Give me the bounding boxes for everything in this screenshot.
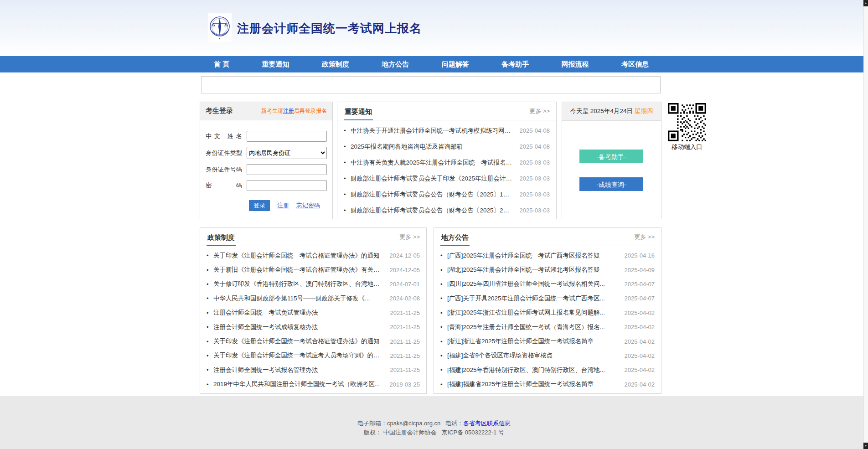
local-link[interactable]: [四川]2025年四川省注册会计师全国统一考试报名相关问... bbox=[447, 280, 619, 288]
notice-link[interactable]: 财政部注册会计师考试委员会关于印发《2025年注册会计师... bbox=[351, 175, 514, 183]
policy-link[interactable]: 关于印发《注册会计师全国统一考试应考人员考场守则》的通知 bbox=[213, 351, 384, 360]
notices-list: • 中注协关于开通注册会计师全国统一考试机考模拟练习网站的公... 2025-0… bbox=[337, 123, 556, 218]
policy-link[interactable]: 2019年中华人民共和国注册会计师全国统一考试（欧洲考区... bbox=[213, 380, 384, 388]
policy-list-item: • 关于印发《注册会计师全国统一考试合格证管理办法》的通知 2021-11-25 bbox=[207, 334, 420, 348]
notice-date: 2025-03-03 bbox=[520, 175, 550, 182]
notices-more-link[interactable]: 更多 >> bbox=[529, 107, 550, 115]
notice-link[interactable]: 财政部注册会计师考试委员会公告（财考公告〔2025〕1号... bbox=[351, 191, 514, 199]
policies-header: 政策制度 更多 >> bbox=[200, 228, 426, 246]
nav-item[interactable]: 网报流程 bbox=[562, 56, 589, 72]
notice-link[interactable]: 中注协有关负责人就2025年注册会计师全国统一考试报名相... bbox=[351, 159, 514, 167]
local-title: 地方公告 bbox=[440, 228, 470, 246]
vertical-scrollbar[interactable]: ▲ ▼ bbox=[863, 0, 868, 449]
register-link[interactable]: 注册 bbox=[277, 201, 289, 210]
score-query-button[interactable]: -成绩查询- bbox=[579, 177, 643, 191]
name-input[interactable] bbox=[247, 131, 327, 142]
exam-helper-button[interactable]: -备考助手- bbox=[579, 150, 643, 163]
policies-more-link[interactable]: 更多 >> bbox=[399, 233, 420, 241]
policy-date: 2021-11-25 bbox=[390, 366, 420, 373]
password-input[interactable] bbox=[247, 180, 327, 191]
local-link[interactable]: [浙江]2025年浙江省注册会计师考试网上报名常见问题解... bbox=[447, 309, 619, 317]
policy-list-item: • 注册会计师全国统一考试报名管理办法 2021-11-25 bbox=[207, 363, 420, 377]
bullet-icon: • bbox=[207, 310, 213, 316]
local-more-link[interactable]: 更多 >> bbox=[634, 233, 655, 241]
local-link[interactable]: [广西]2025年注册会计师全国统一考试广西考区报名答疑 bbox=[447, 252, 619, 260]
bullet-icon: • bbox=[344, 207, 351, 214]
policy-list-item: • 关于新旧《注册会计师全国统一考试合格证管理办法》有关衔接... 2024-1… bbox=[207, 263, 420, 277]
nav-item[interactable]: 首 页 bbox=[214, 56, 229, 72]
local-date: 2025-04-02 bbox=[625, 338, 655, 345]
nav-item[interactable]: 地方公告 bbox=[382, 56, 409, 72]
password-label: 密 码 bbox=[206, 181, 242, 190]
scroll-up-arrow-icon[interactable]: ▲ bbox=[863, 0, 868, 6]
policy-date: 2021-11-25 bbox=[390, 324, 420, 330]
bullet-icon: • bbox=[440, 295, 447, 302]
policy-link[interactable]: 关于修订印发《香港特别行政区、澳门特别行政区、台湾地区居... bbox=[213, 280, 384, 288]
bullet-icon: • bbox=[440, 310, 447, 316]
local-link[interactable]: [福建]全省9个各设区市现场资格审核点 bbox=[447, 351, 619, 360]
nav-item[interactable]: 备考助手 bbox=[501, 56, 529, 72]
notice-register-link[interactable]: 注册 bbox=[283, 108, 294, 114]
notice-list-item: • 2025年报名期间各地咨询电话及咨询邮箱 2025-04-08 bbox=[344, 139, 550, 155]
nav-item[interactable]: 政策制度 bbox=[322, 56, 349, 72]
policy-link[interactable]: 注册会计师全国统一考试成绩复核办法 bbox=[213, 323, 384, 331]
local-list-item: • [福建]福建省2025年注册会计师全国统一考试报名简章 2025-04-02 bbox=[440, 377, 655, 392]
local-list-item: • [广西]2025年注册会计师全国统一考试广西考区报名答疑 2025-04-1… bbox=[440, 248, 655, 263]
weekday-text: 星期四 bbox=[635, 107, 653, 115]
org-name: 中国注册会计师协会 bbox=[383, 429, 437, 436]
bullet-icon: • bbox=[207, 252, 213, 259]
notice-date: 2025-03-03 bbox=[520, 159, 550, 166]
bullet-icon: • bbox=[440, 366, 447, 373]
notices-header: 重要通知 更多 >> bbox=[337, 102, 556, 120]
notice-link[interactable]: 财政部注册会计师考试委员会公告（财考公告〔2025〕2号... bbox=[351, 206, 514, 215]
policy-link[interactable]: 注册会计师全国统一考试免试管理办法 bbox=[213, 309, 384, 317]
policy-date: 2024-02-08 bbox=[390, 295, 420, 302]
local-list-item: • [广西]关于开具2025年注册会计师全国统一考试广西考区... 2025-0… bbox=[440, 291, 655, 305]
notice-link[interactable]: 2025年报名期间各地咨询电话及咨询邮箱 bbox=[351, 143, 514, 151]
notice-link[interactable]: 中注协关于开通注册会计师全国统一考试机考模拟练习网站的公... bbox=[351, 127, 514, 135]
bullet-icon: • bbox=[207, 366, 213, 373]
id-type-select[interactable]: 内地居民身份证 bbox=[247, 147, 327, 159]
bullet-icon: • bbox=[344, 143, 351, 150]
local-date: 2025-04-02 bbox=[625, 310, 655, 316]
announcement-bar bbox=[201, 76, 661, 93]
nav-item[interactable]: 考区信息 bbox=[621, 56, 649, 72]
policy-link[interactable]: 关于新旧《注册会计师全国统一考试合格证管理办法》有关衔接... bbox=[213, 266, 384, 274]
copyright-label: 版权： bbox=[364, 429, 382, 436]
local-list-item: • [湖北]2025年注册会计师全国统一考试湖北考区报名答疑 2025-04-0… bbox=[440, 263, 655, 277]
nav-item[interactable]: 问题解答 bbox=[442, 56, 469, 72]
email-value: cpaks@cicpa.org.cn bbox=[387, 420, 440, 427]
local-date: 2025-04-16 bbox=[625, 252, 655, 259]
local-link[interactable]: [福建]2025年香港特别行政区、澳门特别行政区、台湾地... bbox=[447, 366, 619, 374]
local-link[interactable]: [青海]2025年注册会计师全国统一考试（青海考区）报名... bbox=[447, 323, 619, 331]
bullet-icon: • bbox=[440, 381, 447, 388]
policy-link[interactable]: 关于印发《注册会计师全国统一考试合格证管理办法》的通知 bbox=[213, 252, 384, 260]
nav-item[interactable]: 重要通知 bbox=[262, 56, 289, 72]
login-button[interactable]: 登录 bbox=[249, 200, 270, 211]
province-contact-link[interactable]: 各省考区联系信息 bbox=[463, 420, 511, 427]
local-list-item: • [四川]2025年四川省注册会计师全国统一考试报名相关问... 2025-0… bbox=[440, 277, 655, 291]
policy-link[interactable]: 注册会计师全国统一考试报名管理办法 bbox=[213, 366, 384, 374]
local-link[interactable]: [广西]关于开具2025年注册会计师全国统一考试广西考区... bbox=[447, 294, 619, 303]
forgot-password-link[interactable]: 忘记密码 bbox=[296, 201, 320, 210]
notice-suffix: 后再登录报名 bbox=[294, 108, 327, 114]
local-link[interactable]: [福建]福建省2025年注册会计师全国统一考试报名简章 bbox=[447, 380, 619, 388]
bullet-icon: • bbox=[207, 324, 213, 330]
local-date: 2025-04-07 bbox=[625, 281, 655, 288]
local-link[interactable]: [浙江]浙江省2025年注册会计师全国统一考试报名简章 bbox=[447, 337, 619, 346]
policy-list-item: • 中华人民共和国财政部令第115号——财政部关于修改《... 2024-02-… bbox=[207, 291, 420, 305]
bullet-icon: • bbox=[207, 338, 213, 345]
id-number-input[interactable] bbox=[247, 164, 327, 175]
scroll-down-arrow-icon[interactable]: ▼ bbox=[863, 443, 868, 449]
local-list-item: • [浙江]2025年浙江省注册会计师考试网上报名常见问题解... 2025-0… bbox=[440, 306, 655, 320]
policy-link[interactable]: 中华人民共和国财政部令第115号——财政部关于修改《... bbox=[213, 294, 384, 303]
login-actions: 登录 注册 忘记密码 bbox=[249, 200, 328, 211]
page-footer: 电子邮箱：cpaks@cicpa.org.cn 电话：各省考区联系信息 版权： … bbox=[0, 396, 868, 449]
mobile-entry-qr: 移动端入口 bbox=[668, 103, 706, 151]
local-link[interactable]: [湖北]2025年注册会计师全国统一考试湖北考区报名答疑 bbox=[447, 266, 619, 274]
policy-link[interactable]: 关于印发《注册会计师全国统一考试合格证管理办法》的通知 bbox=[213, 337, 384, 346]
id-number-label: 身份证件号码 bbox=[206, 165, 242, 174]
footer-contact-line: 电子邮箱：cpaks@cicpa.org.cn 电话：各省考区联系信息 bbox=[0, 396, 868, 428]
local-date: 2025-04-09 bbox=[625, 267, 655, 274]
notice-date: 2025-03-03 bbox=[520, 191, 550, 198]
